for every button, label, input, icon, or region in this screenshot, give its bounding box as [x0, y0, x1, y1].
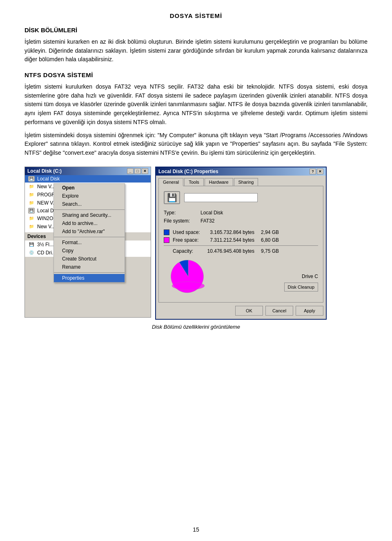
pie-chart [164, 258, 213, 295]
props-titlebar: Local Disk (C:) Properties ? ✕ [156, 167, 326, 176]
tab-sharing[interactable]: Sharing [234, 178, 258, 186]
context-menu-item-rename[interactable]: Rename [54, 263, 125, 271]
context-menu-item-add-rar[interactable]: Add to "Archive.rar" [54, 227, 125, 236]
disk-icon: 💾 [28, 208, 35, 214]
item-label: New V... [37, 224, 55, 229]
used-space-row: Used space: 3.165.732.864 bytes 2,94 GB [164, 229, 318, 235]
explorer-window: Local Disk (C:) _ □ ✕ 💾 Local Disk 📁 New… [24, 167, 151, 318]
props-bottom-buttons: OK Cancel Apply [156, 303, 326, 319]
filesystem-value: FAT32 [200, 218, 214, 224]
context-menu-divider [54, 209, 125, 210]
paragraph-2: İşletim sistemi kurulurken dosya FAT32 v… [24, 82, 368, 127]
used-space-bytes: 3.165.732.864 bytes [205, 229, 258, 235]
props-titlebar-buttons: ? ✕ [310, 169, 323, 174]
tab-hardware[interactable]: Hardware [205, 178, 233, 186]
free-space-gb: 6,80 GB [258, 237, 279, 243]
disk-icon: 💾 [28, 176, 35, 182]
help-button[interactable]: ? [310, 169, 316, 174]
section2-title: NTFS DOSYA SİSTEMİ [24, 71, 368, 78]
cancel-button[interactable]: Cancel [265, 306, 293, 316]
paragraph-1: İşletim sistemini kurarken en az iki dis… [24, 38, 368, 64]
disk-cleanup-button[interactable]: Disk Cleanup [284, 283, 318, 292]
folder-icon: 📁 [28, 191, 35, 198]
free-color-box [164, 237, 169, 243]
image-section: Local Disk (C:) _ □ ✕ 💾 Local Disk 📁 New… [24, 167, 368, 320]
image-caption: Disk Bölümü özelliklerini görüntüleme [24, 324, 368, 330]
context-menu-item-properties[interactable]: Properties [54, 274, 125, 282]
explorer-titlebar: Local Disk (C:) _ □ ✕ [25, 167, 151, 175]
drive-icon: 💾 [164, 191, 180, 204]
context-menu-item-format[interactable]: Format... [54, 238, 125, 247]
folder-icon: 📁 [28, 223, 35, 230]
minimize-button[interactable]: _ [127, 168, 134, 174]
capacity-label: Capacity: [173, 248, 205, 254]
maximize-button[interactable]: □ [134, 168, 141, 174]
context-menu-item-add-archive[interactable]: Add to archive... [54, 219, 125, 227]
drive-label: Drive C [302, 274, 318, 283]
used-space-label: Used space: [173, 229, 205, 235]
filesystem-label: File system: [164, 218, 200, 224]
type-row: Type: Local Disk [164, 210, 318, 216]
props-title: Local Disk (C:) Properties [158, 169, 218, 174]
item-label: 3½ Fl... [37, 242, 53, 247]
tab-tools[interactable]: Tools [184, 178, 204, 186]
context-menu-item-copy[interactable]: Copy [54, 247, 125, 255]
page-number: 15 [193, 526, 199, 533]
used-color-box [164, 229, 169, 235]
space-divider [164, 245, 318, 246]
ok-button[interactable]: OK [235, 306, 263, 316]
item-label: Local Disk [37, 176, 60, 182]
props-tabs: General Tools Hardware Sharing [156, 176, 326, 186]
capacity-bytes: 10.476.945.408 bytes [205, 248, 258, 254]
props-close-button[interactable]: ✕ [317, 169, 323, 174]
drive-label-input[interactable] [184, 193, 258, 202]
free-space-bytes: 7.311.212.544 bytes [205, 237, 258, 243]
free-space-label: Free space: [173, 237, 205, 243]
type-label: Type: [164, 210, 200, 216]
folder-icon: 📁 [28, 200, 35, 206]
context-menu-item-explore[interactable]: Explore [54, 192, 125, 200]
tab-general[interactable]: General [158, 178, 183, 186]
section1-title: DİSK BÖLÜMLERİ [24, 27, 368, 33]
context-menu-divider-2 [54, 237, 125, 237]
capacity-row: Capacity: 10.476.945.408 bytes 9,75 GB [164, 248, 318, 254]
apply-button[interactable]: Apply [296, 306, 323, 316]
context-menu-divider-3 [54, 272, 125, 273]
floppy-icon: 💾 [28, 241, 35, 248]
pie-area: Drive C Disk Cleanup [164, 258, 318, 295]
folder-icon: 📁 [28, 183, 35, 190]
free-space-row: Free space: 7.311.212.544 bytes 6,80 GB [164, 237, 318, 243]
properties-dialog: Local Disk (C:) Properties ? ✕ General T… [155, 167, 327, 320]
filesystem-row: File system: FAT32 [164, 218, 318, 224]
context-menu: Open Explore Search... Sharing and Secur… [53, 183, 125, 283]
props-content: 💾 Type: Local Disk File system: FAT32 Us… [158, 186, 323, 303]
item-label: New V... [37, 184, 55, 189]
explorer-titlebar-buttons: _ □ ✕ [127, 168, 148, 174]
type-value: Local Disk [200, 210, 223, 216]
context-menu-item-sharing[interactable]: Sharing and Security... [54, 211, 125, 219]
paragraph-3: İşletim sistemindeki dosya sistemini öğr… [24, 131, 368, 158]
explorer-title: Local Disk (C:) [27, 168, 62, 174]
cdrom-icon: 💿 [28, 249, 35, 256]
page-title: DOSYA SİSTEMİ [24, 12, 368, 19]
context-menu-item-open[interactable]: Open [54, 184, 125, 192]
context-menu-item-search[interactable]: Search... [54, 200, 125, 208]
props-header: 💾 [164, 191, 318, 204]
capacity-gb: 9,75 GB [258, 248, 279, 254]
list-item[interactable]: 💾 Local Disk [25, 175, 151, 183]
context-menu-item-shortcut[interactable]: Create Shortcut [54, 255, 125, 263]
folder-icon: 📁 [28, 215, 35, 222]
close-button[interactable]: ✕ [142, 168, 148, 174]
used-space-gb: 2,94 GB [258, 229, 279, 235]
